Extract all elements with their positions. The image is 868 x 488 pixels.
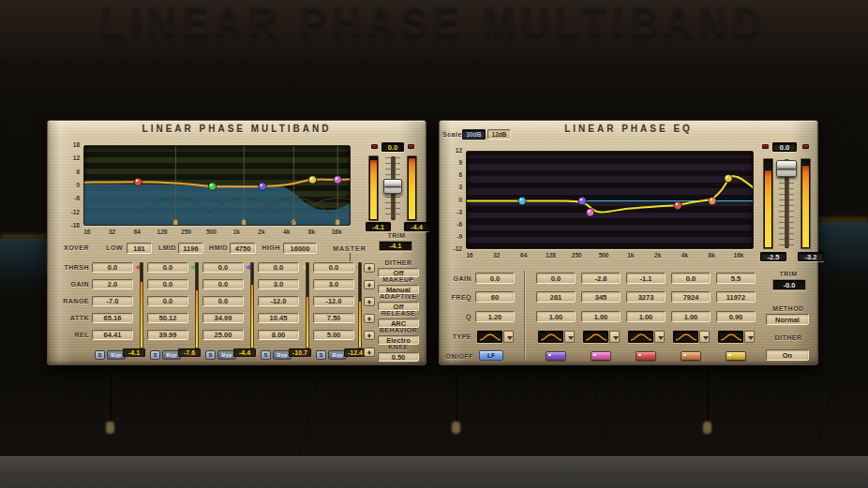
eq-band4-type-dropdown[interactable] <box>699 331 710 343</box>
band4-release[interactable]: 8.00 <box>258 330 299 340</box>
band1-gain[interactable]: 2.0 <box>92 279 133 289</box>
eq-band2-filter-type[interactable] <box>583 331 608 343</box>
band2-gain[interactable]: 0.0 <box>147 279 188 289</box>
band5-attack[interactable]: 7.50 <box>313 313 354 323</box>
band3-solo-button[interactable]: S <box>205 350 216 360</box>
trim-readout[interactable]: -0.0 <box>772 279 806 290</box>
eq-band4-gain[interactable]: 0.0 <box>671 273 711 284</box>
band3-attack[interactable]: 34.99 <box>202 313 244 323</box>
trim-readout[interactable]: -4.1 <box>379 241 412 251</box>
xover-high-value[interactable]: 16000 <box>283 243 317 254</box>
band1-attack[interactable]: 65.16 <box>92 313 133 323</box>
knee-value[interactable]: 0.50 <box>378 352 419 362</box>
band5-range[interactable]: -12.0 <box>313 296 354 306</box>
band5-gain[interactable]: 3.0 <box>313 279 354 289</box>
band-node[interactable] <box>259 183 266 190</box>
band-node[interactable] <box>518 197 526 204</box>
band-node[interactable] <box>308 176 316 184</box>
master-thresh-spinner[interactable] <box>364 263 375 273</box>
eq-band5-gain[interactable]: 5.5 <box>716 273 756 284</box>
band-node[interactable] <box>674 201 681 209</box>
multiband-response-graph[interactable] <box>83 145 351 226</box>
eq-band3-gain[interactable]: -1.1 <box>626 273 666 284</box>
clip-led[interactable] <box>408 144 414 149</box>
eq-band3-q[interactable]: 1.00 <box>626 311 666 322</box>
crossover-marker[interactable] <box>336 219 340 226</box>
lf-onoff-button[interactable]: LF <box>479 350 503 361</box>
eq-band1-type-dropdown[interactable] <box>564 331 575 343</box>
eq-band3-onoff-button[interactable] <box>636 351 656 361</box>
eq-band5-onoff-button[interactable] <box>726 351 746 361</box>
eq-band3-type-dropdown[interactable] <box>654 331 665 343</box>
eq-band4-q[interactable]: 1.00 <box>671 311 711 322</box>
master-fader[interactable] <box>383 179 402 194</box>
band2-attack[interactable]: 50.12 <box>147 313 188 323</box>
lf-type-dropdown[interactable] <box>503 331 514 343</box>
band1-range[interactable]: -7.0 <box>92 296 133 306</box>
eq-band1-freq[interactable]: 281 <box>536 291 576 303</box>
eq-band2-onoff-button[interactable] <box>591 351 611 361</box>
band-node[interactable] <box>578 197 586 204</box>
eq-band2-gain[interactable]: -2.8 <box>581 273 621 284</box>
eq-band3-filter-type[interactable] <box>628 331 653 343</box>
clip-led[interactable] <box>802 144 809 149</box>
eq-band5-type-dropdown[interactable] <box>744 331 755 343</box>
crossover-marker[interactable] <box>242 219 247 226</box>
band5-release[interactable]: 5.00 <box>313 330 354 340</box>
lf-q[interactable]: 1.20 <box>475 311 515 322</box>
eq-band4-filter-type[interactable] <box>673 331 698 343</box>
band2-range[interactable]: 0.0 <box>147 296 188 306</box>
band3-range[interactable]: 0.0 <box>202 296 244 306</box>
crossover-marker[interactable] <box>173 219 178 226</box>
band4-gain[interactable]: 3.0 <box>258 279 299 289</box>
eq-band2-q[interactable]: 1.00 <box>581 311 621 322</box>
master-attack-spinner[interactable] <box>364 314 375 323</box>
band2-release[interactable]: 39.99 <box>147 330 188 340</box>
master-release-spinner[interactable] <box>364 331 375 340</box>
eq-band5-filter-type[interactable] <box>718 331 743 343</box>
band-node[interactable] <box>208 183 216 190</box>
eq-band2-type-dropdown[interactable] <box>609 331 620 343</box>
clip-led[interactable] <box>371 144 378 149</box>
band1-thresh[interactable]: 0.0 <box>92 262 133 273</box>
lf-filter-type[interactable] <box>477 331 502 343</box>
band5-solo-button[interactable]: S <box>316 350 326 360</box>
lf-gain[interactable]: 0.0 <box>475 273 515 284</box>
scale-30db-button[interactable]: 30dB <box>462 129 486 140</box>
eq-band1-onoff-button[interactable] <box>546 351 566 361</box>
band-node[interactable] <box>134 178 142 185</box>
eq-band2-freq[interactable]: 345 <box>581 291 621 303</box>
band5-thresh[interactable]: 0.0 <box>313 262 354 273</box>
eq-band4-freq[interactable]: 7924 <box>671 291 711 303</box>
lf-freq[interactable]: 60 <box>475 291 515 303</box>
band2-solo-button[interactable]: S <box>150 350 160 360</box>
band2-thresh[interactable]: 0.0 <box>147 262 188 273</box>
band-node[interactable] <box>725 174 732 182</box>
band4-range[interactable]: -12.0 <box>258 296 299 306</box>
band1-solo-button[interactable]: S <box>95 350 105 360</box>
eq-band3-freq[interactable]: 3273 <box>626 291 666 303</box>
band4-attack[interactable]: 10.45 <box>258 313 299 323</box>
dither-value[interactable]: On <box>766 349 809 361</box>
band4-solo-button[interactable]: S <box>261 350 271 360</box>
eq-band5-q[interactable]: 0.90 <box>716 311 756 322</box>
eq-band1-q[interactable]: 1.00 <box>536 311 576 322</box>
band-node[interactable] <box>709 197 716 204</box>
band3-thresh[interactable]: 0.0 <box>202 262 244 273</box>
eq-band1-gain[interactable]: 0.0 <box>536 273 576 284</box>
eq-band5-freq[interactable]: 11972 <box>716 291 756 303</box>
band-node[interactable] <box>334 176 341 184</box>
master-gain-spinner[interactable] <box>364 280 375 289</box>
band3-gain[interactable]: 0.0 <box>202 279 244 289</box>
scale-12db-button[interactable]: 12dB <box>487 129 511 140</box>
output-fader[interactable] <box>776 160 797 177</box>
eq-band4-onoff-button[interactable] <box>681 351 701 361</box>
band4-thresh[interactable]: 0.0 <box>258 262 299 273</box>
method-value[interactable]: Normal <box>766 314 809 325</box>
band1-release[interactable]: 64.41 <box>92 330 133 340</box>
band-node[interactable] <box>586 209 593 216</box>
master-range-spinner[interactable] <box>364 297 375 306</box>
eq-band1-filter-type[interactable] <box>538 331 563 343</box>
master-link-spinner[interactable] <box>364 348 375 357</box>
eq-response-graph[interactable] <box>466 151 754 249</box>
